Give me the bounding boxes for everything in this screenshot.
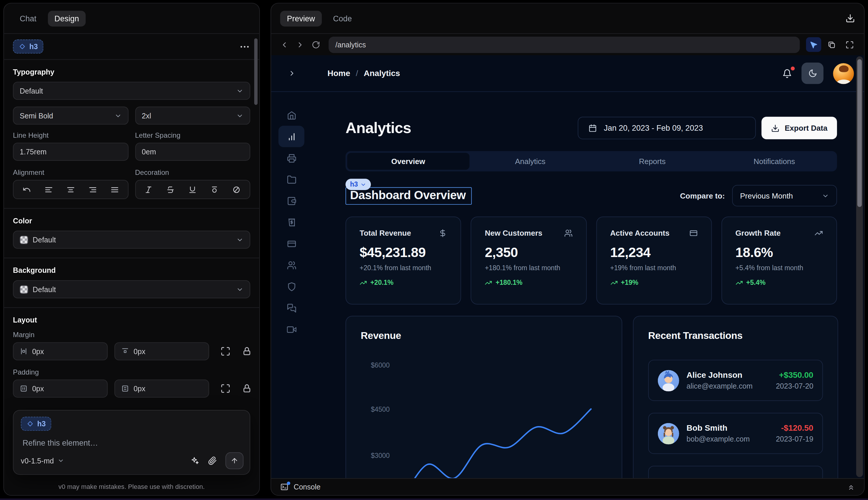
download-icon[interactable]	[845, 13, 855, 23]
avatar	[658, 370, 679, 391]
stat-value: $45,231.89	[359, 245, 447, 261]
video-icon	[287, 325, 296, 334]
padding-x-input[interactable]: 0px	[13, 379, 107, 398]
underline-icon[interactable]	[188, 185, 197, 194]
compare-select[interactable]: Previous Month	[732, 185, 837, 206]
refine-input[interactable]: Refine this element…	[23, 438, 241, 447]
tab-notifications[interactable]: Notifications	[714, 153, 835, 170]
color-section: Color Default	[4, 209, 259, 258]
background-select[interactable]: Default	[13, 280, 250, 298]
refine-element-chip[interactable]: h3	[21, 417, 51, 431]
back-icon[interactable]	[280, 41, 288, 49]
color-select[interactable]: Default	[13, 231, 250, 249]
sidebar-toggle-icon[interactable]	[288, 69, 296, 77]
lock-icon[interactable]	[242, 346, 252, 356]
margin-x-input[interactable]: 0px	[13, 342, 107, 361]
overline-icon[interactable]	[210, 185, 219, 194]
console-label: Console	[294, 483, 321, 491]
refresh-icon[interactable]	[312, 41, 320, 49]
sidebar-item-home[interactable]	[278, 104, 304, 126]
theme-toggle-button[interactable]	[801, 62, 823, 84]
color-swatch	[20, 235, 28, 244]
letter-spacing-input[interactable]: 0em	[135, 143, 250, 161]
tab-preview[interactable]: Preview	[280, 11, 322, 26]
more-options-icon[interactable]	[239, 41, 251, 52]
sidebar-item-video[interactable]	[278, 319, 304, 340]
forward-icon[interactable]	[296, 41, 304, 49]
dollar-sign-icon	[439, 229, 447, 237]
moon-icon	[808, 69, 817, 78]
padding-y-input[interactable]: 0px	[114, 379, 209, 398]
stat-card-active-accounts: Active Accounts 12,234 +19% from last mo…	[596, 217, 711, 305]
tab-chat[interactable]: Chat	[13, 11, 43, 26]
revenue-chart-card: Revenue $6000 $4500 $3000	[345, 316, 622, 478]
preview-scrollbar[interactable]	[856, 56, 863, 477]
tab-code[interactable]: Code	[326, 11, 359, 26]
fullscreen-button[interactable]	[842, 37, 857, 52]
font-size-value: 2xl	[142, 111, 151, 120]
sidebar-item-folder[interactable]	[278, 169, 304, 190]
background-section: Background Default	[4, 258, 259, 307]
font-weight-select[interactable]: Semi Bold	[13, 106, 128, 125]
export-data-button[interactable]: Export Data	[762, 117, 837, 139]
preview-panel: Preview Code /analytics Home / Analytics	[271, 3, 865, 496]
sparkles-icon[interactable]	[190, 456, 200, 465]
sidebar-item-messages[interactable]	[278, 297, 304, 318]
tab-design[interactable]: Design	[48, 11, 85, 26]
undo-icon[interactable]	[23, 185, 31, 194]
breadcrumb-home[interactable]: Home	[327, 69, 350, 78]
v0-workspace: Chat Design h3 Typography Default Semi B…	[0, 0, 868, 500]
align-left-icon[interactable]	[44, 185, 53, 194]
export-label: Export Data	[785, 124, 828, 132]
font-family-select[interactable]: Default	[13, 82, 250, 100]
user-avatar[interactable]	[833, 63, 854, 84]
line-height-input[interactable]: 1.75rem	[13, 143, 128, 161]
font-size-select[interactable]: 2xl	[135, 106, 250, 125]
avatar	[658, 422, 679, 444]
cursor-button[interactable]	[806, 37, 821, 52]
expand-sides-icon[interactable]	[220, 346, 231, 356]
model-select[interactable]: v0-1.5-md	[21, 456, 64, 465]
selected-h3-badge[interactable]: h3	[345, 179, 371, 190]
dashboard-overview-heading[interactable]: Dashboard Overview	[350, 188, 466, 201]
notifications-button[interactable]	[783, 68, 792, 78]
stat-value: 18.6%	[735, 245, 823, 261]
strikethrough-icon[interactable]	[166, 185, 175, 194]
tab-overview[interactable]: Overview	[347, 153, 470, 170]
tab-analytics[interactable]: Analytics	[470, 153, 591, 170]
typography-heading: Typography	[13, 68, 250, 76]
sidebar-item-printer[interactable]	[278, 147, 304, 168]
align-justify-icon[interactable]	[110, 185, 119, 194]
transaction-name: Bob Smith	[686, 423, 750, 432]
home-icon	[287, 110, 296, 120]
chevrons-up-icon[interactable]	[847, 483, 855, 491]
alignment-toolbar	[13, 180, 128, 199]
tab-reports[interactable]: Reports	[591, 153, 714, 170]
sidebar-item-receipt[interactable]	[278, 212, 304, 233]
sidebar-item-credit-card[interactable]	[278, 233, 304, 254]
none-icon[interactable]	[232, 185, 241, 194]
lock-icon[interactable]	[242, 383, 252, 394]
sidebar-item-users[interactable]	[278, 254, 304, 276]
credit-card-icon	[287, 239, 296, 249]
messages-icon	[287, 303, 296, 313]
url-input[interactable]: /analytics	[328, 36, 800, 53]
scrollbar-thumb[interactable]	[857, 59, 861, 207]
copy-button[interactable]	[824, 37, 840, 52]
selected-element-label: h3	[29, 42, 38, 51]
sidebar-item-bar-chart[interactable]	[278, 126, 304, 147]
padding-x-value: 0px	[32, 384, 44, 393]
margin-y-input[interactable]: 0px	[114, 342, 209, 361]
sidebar-item-shield[interactable]	[278, 276, 304, 297]
send-button[interactable]	[225, 452, 243, 469]
date-range-button[interactable]: Jan 20, 2023 - Feb 09, 2023	[578, 117, 756, 139]
align-center-icon[interactable]	[66, 185, 75, 194]
console-bar[interactable]: Console	[271, 478, 864, 495]
attach-icon[interactable]	[208, 456, 217, 465]
align-right-icon[interactable]	[88, 185, 97, 194]
sidebar-item-wallet[interactable]	[278, 190, 304, 212]
selected-element-chip[interactable]: h3	[13, 39, 43, 54]
italic-icon[interactable]	[145, 185, 153, 194]
design-panel-scrollbar[interactable]	[254, 38, 258, 105]
expand-sides-icon[interactable]	[220, 383, 231, 394]
